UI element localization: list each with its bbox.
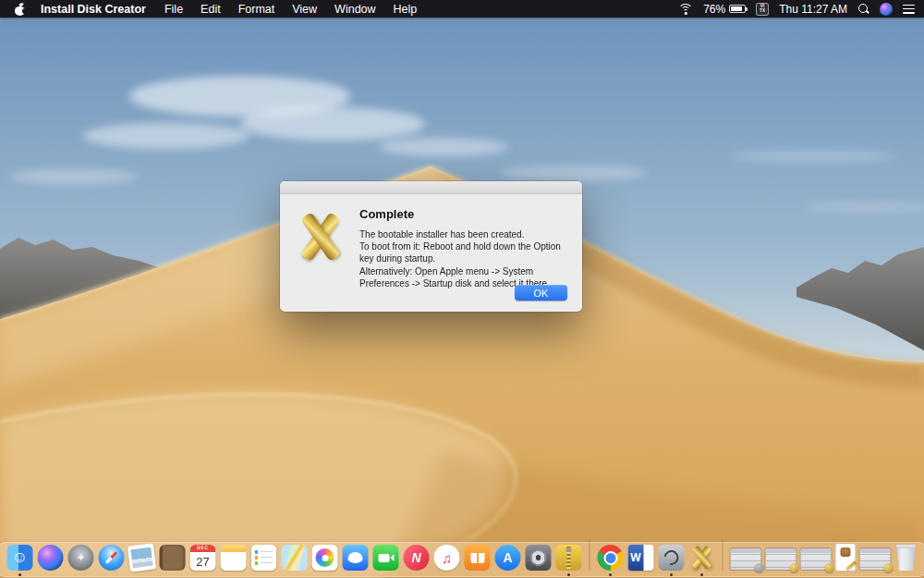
input-source-bottom: TX [760,9,765,14]
dialog-complete: Complete The bootable installer has been… [280,181,582,312]
apple-menu-icon[interactable] [15,3,26,16]
battery-indicator[interactable]: 76% [703,3,746,16]
battery-percent-label: 76% [703,3,725,16]
dock-item-minimized-window[interactable] [766,548,796,570]
battery-icon [729,5,746,13]
dock-item-facetime[interactable] [373,545,399,571]
word-glyph: W [628,545,644,571]
dock-item-news[interactable]: N [404,545,430,571]
dock-item-notes[interactable] [221,545,247,571]
spotlight-search-icon[interactable] [857,3,869,15]
dock-item-calendar[interactable]: DEC27 [190,545,216,571]
dock-item-contacts[interactable] [160,545,186,571]
dock-item-disk-tool[interactable] [659,545,685,571]
calendar-day: 27 [190,552,216,571]
wifi-icon[interactable] [678,4,693,15]
calendar-month: DEC [190,545,216,552]
menu-file[interactable]: File [164,3,183,16]
ok-button[interactable]: OK [515,285,567,301]
dock-divider [723,540,723,571]
dock-item-chrome[interactable] [598,545,624,571]
dock-item-messages[interactable] [343,545,369,571]
dock-item-siri[interactable] [38,545,64,571]
menu-help[interactable]: Help [394,3,418,16]
menu-edit[interactable]: Edit [201,3,221,16]
active-app-name[interactable]: Install Disk Creator [41,3,146,16]
menu-format[interactable]: Format [238,3,275,16]
siri-menu-icon[interactable] [880,3,893,16]
dock-item-photo-preview[interactable] [128,543,156,572]
dock-item-install-disk-creator[interactable] [689,545,715,571]
dock-item-trash[interactable] [895,545,918,571]
status-area: 76% VI TX Thu 11:27 AM [678,3,915,16]
dock-item-minimized-window[interactable] [801,548,832,570]
running-indicator [609,573,612,576]
menu-clock[interactable]: Thu 11:27 AM [779,3,847,16]
menu-bar: Install Disk Creator FileEditFormatViewW… [0,0,924,18]
dialog-content: Complete The bootable installer has been… [359,204,578,289]
dock-item-reminders[interactable] [251,545,277,571]
dialog-message: The bootable installer has been created.… [359,228,578,289]
dock-item-safari[interactable] [99,545,125,571]
dock-item-minimized-window[interactable] [860,548,891,570]
dock: ☺✦DEC27N♫AW [0,542,924,577]
dialog-title: Complete [359,207,578,221]
dialog-titlebar[interactable] [280,181,582,194]
running-indicator [700,573,703,576]
dialog-message-line: To boot from it: Reboot and hold down th… [359,240,578,264]
itunes-glyph: ♫ [442,551,452,565]
menu-window[interactable]: Window [334,3,375,16]
dock-item-app-store[interactable]: A [495,545,521,571]
dock-item-maps[interactable] [282,545,308,571]
menu-items: FileEditFormatViewWindowHelp [164,3,417,16]
dock-item-books[interactable] [465,545,491,571]
dock-item-minimized-document[interactable] [836,544,856,571]
running-indicator [670,573,673,576]
launchpad-glyph: ✦ [76,552,85,563]
dock-item-photos[interactable] [312,545,338,571]
app-store-glyph: A [503,551,512,564]
menu-view[interactable]: View [292,3,317,16]
dock-item-minimized-window[interactable] [731,548,761,570]
dock-item-archive-utility[interactable] [556,545,582,571]
running-indicator [18,573,21,576]
dock-item-finder[interactable]: ☺ [7,545,33,571]
news-glyph: N [411,551,420,564]
install-disk-creator-app-icon [294,210,347,264]
dialog-message-line: The bootable installer has been created. [359,228,578,240]
running-indicator [567,573,570,576]
dock-item-launchpad[interactable]: ✦ [68,545,94,571]
input-source-icon[interactable]: VI TX [756,3,769,16]
dock-item-word[interactable]: W [628,545,654,571]
notification-center-icon[interactable] [903,5,915,14]
dock-item-itunes[interactable]: ♫ [434,545,460,571]
finder-glyph: ☺ [12,549,28,565]
dialog-body: Complete The bootable installer has been… [280,194,582,289]
dock-item-system-preferences[interactable] [526,545,552,571]
dock-divider [590,540,590,571]
